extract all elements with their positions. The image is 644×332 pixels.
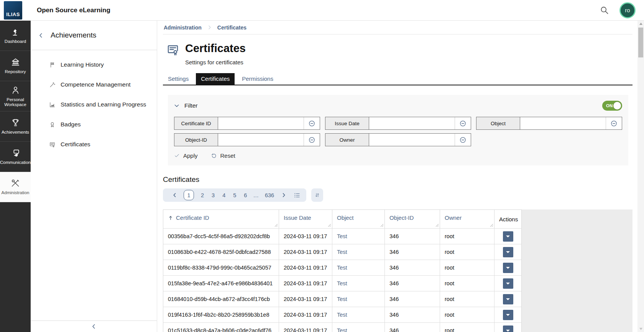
chart-icon <box>49 101 56 108</box>
object-link[interactable]: Test <box>337 296 347 302</box>
pagination-page[interactable]: 4 <box>222 192 225 198</box>
mainbar-item-personal-workspace[interactable]: Personal Workspace <box>0 81 31 111</box>
vertical-scrollbar[interactable] <box>637 21 644 332</box>
column-header-owner[interactable]: Owner <box>440 210 495 228</box>
pagination-page[interactable]: 6 <box>244 192 247 198</box>
remove-filter-button[interactable] <box>304 134 320 146</box>
back-chevron-icon[interactable] <box>38 33 44 38</box>
top-bar: ILIAS Open Source eLearning ro <box>0 0 644 21</box>
cell-issue-date: 2024-03-11 09:17 <box>279 244 332 260</box>
column-resize-handle[interactable] <box>435 224 439 227</box>
column-resize-handle[interactable] <box>490 224 493 227</box>
table-row: 00356ba7-dcc5-4c5f-86a5-d928202dcf8b 202… <box>163 228 521 244</box>
column-resize-handle[interactable] <box>274 224 278 227</box>
sidebar-item-certificates[interactable]: Certificates <box>31 134 157 154</box>
column-header-issue-date[interactable]: Issue Date <box>279 210 332 228</box>
sort-order-button[interactable] <box>311 188 323 202</box>
object-id-input[interactable] <box>218 134 304 146</box>
mainbar-item-communication[interactable]: Communication <box>0 142 31 172</box>
column-header-object-id[interactable]: Object-ID <box>385 210 440 228</box>
filter-field-label: Issue Date <box>325 117 369 129</box>
certificate-id-input[interactable] <box>218 117 304 129</box>
toggle-on-label: ON <box>606 103 613 108</box>
sidebar-collapse-button[interactable] <box>31 321 157 332</box>
breadcrumb-link-administration[interactable]: Administration <box>164 25 202 31</box>
table-row: 01c51633-d8c8-4a7a-b606-c0de2ac6df76 202… <box>163 322 521 332</box>
row-actions-dropdown[interactable] <box>503 310 513 320</box>
object-link[interactable]: Test <box>337 249 347 255</box>
sidebar-list: Learning History Competence Management S… <box>31 50 157 154</box>
avatar[interactable]: ro <box>619 2 636 18</box>
row-actions-dropdown[interactable] <box>503 278 513 289</box>
object-link[interactable]: Test <box>337 265 347 271</box>
scrollbar-up-arrow[interactable] <box>637 21 644 27</box>
toggle-knob <box>613 102 621 110</box>
mainbar-item-dashboard[interactable]: Dashboard <box>0 21 31 51</box>
chevron-down-icon[interactable] <box>174 103 179 108</box>
filter-field-certificate-id: Certificate ID <box>174 117 320 130</box>
remove-filter-button[interactable] <box>606 117 622 129</box>
filter-panel: Filter ON Certificate ID Issue Date <box>168 95 628 165</box>
column-resize-handle[interactable] <box>328 224 331 227</box>
mainbar-item-achievements[interactable]: Achievements <box>0 111 31 142</box>
row-actions-dropdown[interactable] <box>503 325 513 332</box>
ilias-logo[interactable]: ILIAS <box>4 1 22 20</box>
scrollbar-down-arrow[interactable] <box>637 326 644 332</box>
pagination-next-icon[interactable] <box>281 193 286 198</box>
table-row: 01684010-d59b-44cb-a672-af3cc4f176cb 202… <box>163 291 521 307</box>
filter-on-toggle[interactable]: ON <box>602 101 622 111</box>
row-actions-dropdown[interactable] <box>503 247 513 257</box>
row-actions-dropdown[interactable] <box>503 263 513 273</box>
owner-input[interactable] <box>369 134 455 146</box>
tab-permissions[interactable]: Permissions <box>237 73 278 85</box>
pagination-page[interactable]: 2 <box>201 192 204 198</box>
secondary-sidebar: Achievements Learning History Competence… <box>31 21 157 332</box>
issue-date-input[interactable] <box>369 117 455 129</box>
row-actions-dropdown[interactable] <box>503 294 513 304</box>
sort-ascending-icon <box>168 215 173 221</box>
sidebar-item-badges[interactable]: Badges <box>31 114 157 134</box>
mainbar-item-repository[interactable]: Repository <box>0 51 31 81</box>
sidebar-item-learning-history[interactable]: Learning History <box>31 55 157 75</box>
person-icon <box>11 85 20 95</box>
apply-button[interactable]: Apply <box>174 152 198 159</box>
column-header-actions: Actions <box>495 210 521 228</box>
column-header-label: Actions <box>499 216 518 222</box>
object-link[interactable]: Test <box>337 312 347 318</box>
table-row: 015fa38e-9ea5-47e2-a476-e986b4836401 202… <box>163 275 521 291</box>
search-icon[interactable] <box>599 5 610 15</box>
remove-filter-button[interactable] <box>304 117 320 129</box>
pagination-page-last[interactable]: 636 <box>265 192 274 198</box>
column-resize-handle[interactable] <box>380 224 384 227</box>
mainbar-item-administration[interactable]: Administration <box>0 172 31 202</box>
column-header-object[interactable]: Object <box>332 210 385 228</box>
minus-circle-icon <box>459 136 467 144</box>
object-input[interactable] <box>520 117 606 129</box>
table-header-row: Certificate ID Issue Date Object Object-… <box>163 210 521 228</box>
tab-certificates[interactable]: Certificates <box>196 73 235 85</box>
row-actions-dropdown[interactable] <box>503 231 513 242</box>
sidebar-item-statistics[interactable]: Statistics and Learning Progress <box>31 95 157 114</box>
rows-per-page-icon[interactable] <box>294 192 301 199</box>
object-link[interactable]: Test <box>337 280 347 286</box>
pagination-page[interactable]: 3 <box>212 192 215 198</box>
remove-filter-button[interactable] <box>455 134 471 146</box>
filter-field-label: Certificate ID <box>174 117 218 129</box>
chat-bubbles-icon <box>11 148 20 158</box>
pagination-page-current[interactable]: 1 <box>184 190 194 200</box>
sidebar-item-competence-management[interactable]: Competence Management <box>31 75 157 95</box>
tab-settings[interactable]: Settings <box>163 73 194 85</box>
table-row: 010863b0-e422-4678-825f-0dbfcad27588 202… <box>163 244 521 260</box>
object-link[interactable]: Test <box>337 233 347 239</box>
object-link[interactable]: Test <box>337 327 347 332</box>
pagination-prev-icon[interactable] <box>172 193 177 198</box>
pagination-page[interactable]: 5 <box>233 192 236 198</box>
breadcrumb-link-certificates[interactable]: Certificates <box>217 25 246 31</box>
scrollbar-thumb[interactable] <box>638 28 643 57</box>
reset-button[interactable]: Reset <box>211 152 235 159</box>
column-header-label: Issue Date <box>284 214 311 221</box>
remove-filter-button[interactable] <box>455 117 471 129</box>
column-header-certificate-id[interactable]: Certificate ID <box>163 210 279 228</box>
cell-owner: root <box>440 260 495 275</box>
minus-circle-icon <box>459 120 467 127</box>
